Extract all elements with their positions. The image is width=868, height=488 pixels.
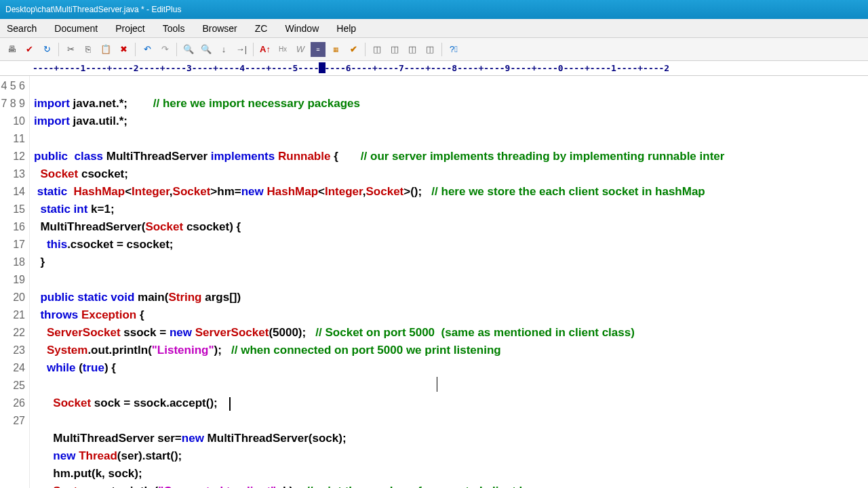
- font-larger-icon[interactable]: A↑: [258, 42, 273, 57]
- ruler: ----+----1----+----2----+----3----+----4…: [0, 61, 868, 76]
- delete-icon[interactable]: ✖: [116, 42, 131, 57]
- text-caret: [229, 397, 231, 411]
- menu-zc[interactable]: ZC: [251, 20, 272, 37]
- menu-bar: Search Document Project Tools Browser ZC…: [0, 19, 868, 38]
- menu-tools[interactable]: Tools: [159, 20, 189, 37]
- line-number-gutter: 4 5 6 7 8 9 10 11 12 13 14 15 16 17 18 1…: [0, 76, 30, 488]
- help-icon[interactable]: ?⃝: [446, 42, 461, 57]
- word-wrap-icon[interactable]: W: [293, 42, 308, 57]
- menu-help[interactable]: Help: [332, 20, 360, 37]
- find-replace-icon[interactable]: 🔍: [199, 42, 214, 57]
- window4-icon[interactable]: ◫: [422, 42, 437, 57]
- redo-icon[interactable]: ↷: [157, 42, 172, 57]
- print-icon[interactable]: 🖶: [4, 42, 19, 57]
- check-icon[interactable]: ✔: [346, 42, 361, 57]
- separator: [365, 43, 366, 56]
- window2-icon[interactable]: ◫: [387, 42, 402, 57]
- ruler-marker: [319, 62, 326, 73]
- menu-window[interactable]: Window: [281, 20, 323, 37]
- editor-area: 4 5 6 7 8 9 10 11 12 13 14 15 16 17 18 1…: [0, 76, 868, 488]
- hex-icon[interactable]: Hx: [275, 42, 290, 57]
- window1-icon[interactable]: ◫: [370, 42, 384, 57]
- ruler-text: ----+----1----+----2----+----3----+----4…: [33, 63, 669, 73]
- paste-icon[interactable]: 📋: [98, 42, 113, 57]
- separator: [58, 43, 59, 56]
- copy-icon[interactable]: ⎘: [81, 42, 96, 57]
- linenum-icon[interactable]: ≡: [311, 42, 326, 57]
- spellcheck-icon[interactable]: ✔: [22, 42, 37, 57]
- separator: [135, 43, 136, 56]
- title-bar: Desktop\chat\MultiThreadServer.java * - …: [0, 0, 868, 19]
- undo-icon[interactable]: ↶: [140, 42, 155, 57]
- separator: [441, 43, 442, 56]
- indent-icon[interactable]: →|: [234, 42, 249, 57]
- menu-search[interactable]: Search: [3, 20, 41, 37]
- window3-icon[interactable]: ◫: [405, 42, 420, 57]
- goto-icon[interactable]: ↓: [216, 42, 231, 57]
- find-icon[interactable]: 🔍: [181, 42, 196, 57]
- code-content[interactable]: import java.net.*; // here we import nec…: [30, 76, 868, 488]
- toolbar: 🖶 ✔ ↻ ✂ ⎘ 📋 ✖ ↶ ↷ 🔍 🔍 ↓ →| A↑ Hx W ≡ ▦ ✔…: [0, 38, 868, 61]
- menu-project[interactable]: Project: [111, 20, 149, 37]
- separator: [253, 43, 254, 56]
- window-title: Desktop\chat\MultiThreadServer.java * - …: [5, 5, 181, 14]
- menu-document[interactable]: Document: [50, 20, 102, 37]
- text-caret-2: [437, 377, 437, 392]
- separator: [176, 43, 177, 56]
- cut-icon[interactable]: ✂: [63, 42, 78, 57]
- menu-browser[interactable]: Browser: [198, 20, 241, 37]
- refresh-icon[interactable]: ↻: [39, 42, 54, 57]
- ruler-icon[interactable]: ▦: [328, 42, 343, 57]
